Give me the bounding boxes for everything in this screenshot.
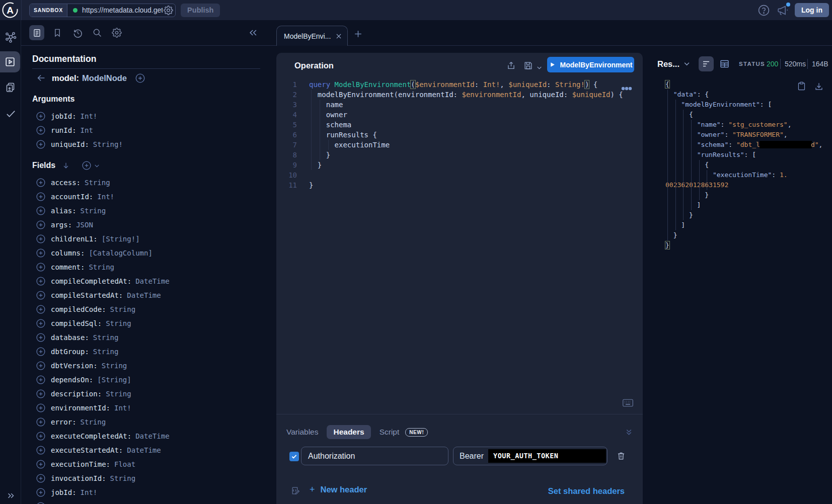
add-fields-chevron-icon[interactable]	[94, 162, 100, 169]
add-argument-icon[interactable]	[36, 125, 46, 135]
code-line[interactable]: 11}	[276, 180, 643, 190]
add-field-icon[interactable]	[36, 487, 46, 497]
code-line[interactable]: "schema": "dbt_ld",	[665, 140, 829, 150]
field-type[interactable]: String	[81, 418, 106, 426]
field-type[interactable]: String	[89, 263, 114, 271]
collapse-docs-icon[interactable]	[248, 28, 258, 38]
code-line[interactable]: 1query ModelByEnvironment($environmentId…	[276, 79, 643, 90]
new-tab-icon[interactable]	[353, 29, 363, 39]
argument-name[interactable]: uniqueId:	[51, 140, 89, 148]
delete-header-icon[interactable]	[617, 451, 626, 461]
field-name[interactable]: args:	[51, 221, 72, 229]
help-icon[interactable]	[758, 4, 770, 17]
field-name[interactable]: compileCompletedAt:	[51, 277, 131, 285]
schema-graph-icon[interactable]	[0, 31, 21, 44]
field-name[interactable]: dbtVersion:	[51, 362, 98, 370]
field-type[interactable]: DateTime	[127, 446, 161, 454]
field-type[interactable]: String	[110, 305, 136, 313]
field-name[interactable]: dbtGroup:	[51, 348, 89, 356]
code-line[interactable]: 8 }	[276, 150, 643, 160]
code-line[interactable]: 9 }	[276, 160, 643, 170]
field-name[interactable]: accountId:	[51, 193, 93, 201]
code-line[interactable]: {	[665, 160, 829, 170]
field-name[interactable]: dependsOn:	[51, 376, 93, 384]
login-button[interactable]: Log in	[795, 3, 829, 17]
run-operation-button[interactable]: ModelByEnvironment	[547, 57, 634, 72]
code-line[interactable]: ]	[665, 200, 829, 210]
field-type[interactable]: DateTime	[135, 432, 169, 440]
add-all-fields-icon[interactable]	[82, 160, 92, 171]
field-type[interactable]: JSON	[76, 221, 93, 229]
bookmarks-icon[interactable]	[51, 28, 63, 38]
expand-rail-icon[interactable]	[0, 491, 21, 500]
add-field-icon[interactable]	[36, 389, 46, 399]
code-line[interactable]: "data": {	[665, 90, 829, 100]
field-type[interactable]: String	[93, 333, 119, 342]
add-field-icon[interactable]	[135, 73, 145, 83]
field-name[interactable]: compiledCode:	[51, 305, 106, 313]
argument-type[interactable]: Int!	[81, 112, 98, 120]
endpoint-url[interactable]: https://metadata.cloud.getdbt.com	[82, 6, 163, 14]
field-name[interactable]: database:	[51, 333, 89, 342]
field-type[interactable]: String	[106, 319, 131, 327]
field-type[interactable]: DateTime	[135, 277, 169, 285]
connection-settings-icon[interactable]	[164, 6, 173, 15]
add-field-icon[interactable]	[36, 318, 46, 328]
close-tab-icon[interactable]	[335, 33, 342, 40]
keyboard-shortcuts-icon[interactable]	[623, 399, 633, 407]
tab-variables[interactable]: Variables	[286, 428, 318, 437]
documentation-tab-icon[interactable]	[29, 25, 44, 40]
add-field-icon[interactable]	[36, 445, 46, 455]
field-type[interactable]: Float	[114, 460, 135, 468]
code-line[interactable]: 7 executionTime	[276, 140, 643, 150]
field-name[interactable]: comment:	[51, 263, 85, 271]
field-type[interactable]: String	[110, 474, 136, 482]
field-type[interactable]: String	[102, 362, 127, 370]
argument-type[interactable]: String!	[93, 140, 123, 148]
field-type[interactable]: String	[81, 207, 106, 215]
add-field-icon[interactable]	[36, 417, 46, 427]
add-field-icon[interactable]	[36, 290, 46, 300]
add-field-icon[interactable]	[36, 361, 46, 371]
field-name[interactable]: compiledSql:	[51, 319, 102, 327]
tree-view-toggle-icon[interactable]	[699, 56, 714, 71]
add-field-icon[interactable]	[36, 192, 46, 202]
add-field-icon[interactable]	[36, 473, 46, 483]
field-name[interactable]: executionTime:	[51, 460, 110, 468]
explorer-nav-item[interactable]	[0, 51, 20, 72]
code-line[interactable]: }	[665, 190, 829, 200]
add-field-icon[interactable]	[36, 459, 46, 469]
publish-button[interactable]: Publish	[181, 4, 220, 17]
field-name[interactable]: error:	[51, 418, 77, 426]
code-line[interactable]: {	[665, 110, 829, 120]
code-line[interactable]: 6 runResults {	[276, 130, 643, 140]
add-field-icon[interactable]	[36, 178, 46, 188]
field-type[interactable]: String	[106, 390, 131, 398]
checks-icon[interactable]	[0, 108, 21, 119]
field-type-link[interactable]: ModelNode	[82, 73, 127, 83]
add-field-icon[interactable]	[36, 206, 46, 216]
back-icon[interactable]	[36, 72, 47, 83]
field-type[interactable]: [String]	[97, 376, 131, 384]
code-line[interactable]: }	[665, 240, 829, 250]
add-field-icon[interactable]	[36, 262, 46, 272]
new-header-button[interactable]: + New header	[310, 484, 367, 495]
add-field-icon[interactable]	[36, 220, 46, 230]
field-type[interactable]: Int!	[114, 404, 131, 412]
history-icon[interactable]	[71, 28, 84, 38]
code-line[interactable]: 3 name	[276, 100, 643, 110]
code-line[interactable]: {	[665, 79, 829, 90]
header-enabled-checkbox[interactable]	[289, 452, 299, 461]
save-operation-icon[interactable]	[523, 61, 533, 70]
tab-script[interactable]: Script	[380, 428, 400, 437]
field-name[interactable]: invocationId:	[51, 474, 106, 482]
add-argument-icon[interactable]	[36, 111, 46, 121]
add-field-icon[interactable]	[36, 375, 46, 385]
response-json[interactable]: { "data": { "modelByEnvironment": [ { "n…	[665, 79, 829, 250]
code-line[interactable]: "executionTime": 1.	[665, 170, 829, 180]
header-name-input[interactable]: Authorization	[301, 447, 448, 465]
share-operation-icon[interactable]	[506, 61, 516, 70]
response-dropdown-chevron-icon[interactable]	[683, 60, 691, 68]
field-name[interactable]: environmentId:	[51, 404, 110, 412]
code-line[interactable]: ]	[665, 220, 829, 230]
